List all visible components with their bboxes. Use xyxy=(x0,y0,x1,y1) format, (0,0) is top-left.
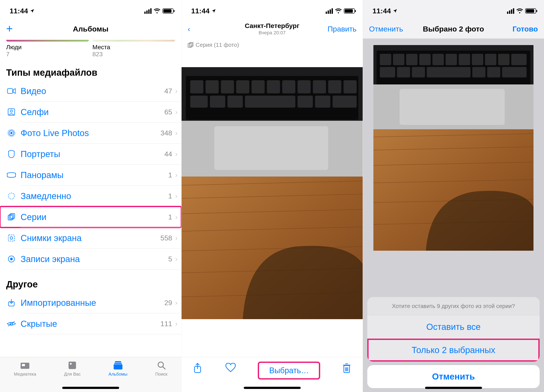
select-button[interactable]: Выбрать… xyxy=(259,363,319,378)
status-time: 11:44 xyxy=(10,7,35,15)
import-icon xyxy=(6,299,17,307)
media-row-selfie[interactable]: Селфи65› xyxy=(0,102,181,122)
tab-label: Альбомы xyxy=(109,372,127,377)
chevron-right-icon: › xyxy=(174,299,181,306)
svg-rect-48 xyxy=(298,96,313,108)
section-other: Другое xyxy=(0,270,181,292)
media-row-pano[interactable]: Панорамы1› xyxy=(0,165,181,185)
svg-rect-49 xyxy=(315,96,331,108)
screenshot-icon xyxy=(6,234,17,242)
media-row-burst[interactable]: Серии1› xyxy=(0,207,181,227)
chevron-right-icon: › xyxy=(174,129,181,137)
wifi-icon xyxy=(335,8,342,14)
nav-title: Альбомы xyxy=(0,25,181,33)
cancel-nav-button[interactable]: Отменить xyxy=(369,25,403,33)
svg-rect-44 xyxy=(190,96,208,108)
tab-albums[interactable]: Альбомы xyxy=(109,360,127,377)
svg-rect-78 xyxy=(472,54,483,65)
svg-rect-50 xyxy=(333,96,357,108)
media-row-import[interactable]: Импортированные29› xyxy=(0,292,181,313)
chevron-right-icon: › xyxy=(174,192,181,200)
status-bar: 11:44 xyxy=(182,0,363,19)
row-label: Серии xyxy=(17,212,168,222)
row-count: 1 xyxy=(168,171,174,179)
media-row-slomo[interactable]: Замедленно1› xyxy=(0,185,181,207)
svg-rect-42 xyxy=(328,80,341,93)
battery-icon xyxy=(162,8,173,14)
home-indicator[interactable] xyxy=(62,387,119,389)
chevron-right-icon: › xyxy=(174,320,181,328)
svg-rect-84 xyxy=(412,67,425,77)
edit-button[interactable]: Править xyxy=(327,25,356,33)
svg-rect-71 xyxy=(380,54,391,65)
svg-point-3 xyxy=(10,110,12,112)
photo[interactable] xyxy=(182,67,363,319)
row-count: 558 xyxy=(160,234,174,242)
slomo-icon xyxy=(6,192,17,200)
tab-label: Медиатека xyxy=(14,372,36,377)
svg-rect-24 xyxy=(114,363,122,364)
photo[interactable] xyxy=(373,45,533,251)
wifi-icon xyxy=(516,8,523,14)
svg-rect-73 xyxy=(406,54,418,65)
svg-rect-33 xyxy=(190,80,203,93)
signal-icon xyxy=(144,8,152,14)
svg-rect-21 xyxy=(69,362,76,369)
favorite-button[interactable] xyxy=(225,363,236,373)
media-row-live[interactable]: Фото Live Photos348› xyxy=(0,122,181,144)
media-type-list: Видео47›Селфи65›Фото Live Photos348›Порт… xyxy=(0,81,181,270)
tab-foryou[interactable]: Для Вас xyxy=(64,360,81,377)
svg-rect-90 xyxy=(400,89,505,125)
row-label: Записи экрана xyxy=(17,254,168,264)
row-label: Скрытые xyxy=(17,319,160,329)
sheet-message: Хотите оставить 9 других фото из этой се… xyxy=(367,297,540,315)
media-row-video[interactable]: Видео47› xyxy=(0,81,181,102)
row-label: Импортированные xyxy=(17,298,164,308)
back-button[interactable]: ‹ xyxy=(188,25,190,33)
svg-rect-75 xyxy=(432,54,444,65)
album-people[interactable]: Люди 7 xyxy=(6,40,89,58)
svg-rect-77 xyxy=(459,54,470,65)
svg-point-12 xyxy=(10,237,13,239)
section-media-types: Типы медиафайлов xyxy=(0,58,181,81)
time-text: 11:44 xyxy=(10,7,28,15)
media-row-screenrec[interactable]: Записи экрана5› xyxy=(0,248,181,270)
share-button[interactable] xyxy=(193,363,202,373)
location-icon xyxy=(393,7,397,15)
svg-rect-72 xyxy=(393,54,404,65)
pano-icon xyxy=(6,172,17,178)
media-row-screenshot[interactable]: Снимки экрана558› xyxy=(0,227,181,248)
option-keep-all[interactable]: Оставить все xyxy=(367,315,540,339)
svg-rect-0 xyxy=(7,89,13,93)
svg-point-14 xyxy=(10,258,13,260)
media-row-portrait[interactable]: Портреты44› xyxy=(0,144,181,165)
svg-rect-35 xyxy=(221,80,234,93)
select-label: Выбрать… xyxy=(264,365,314,376)
svg-rect-11 xyxy=(8,235,14,241)
svg-rect-83 xyxy=(397,67,410,77)
tab-search[interactable]: Поиск xyxy=(155,360,167,377)
thumb-label: Места xyxy=(92,44,175,51)
nav-bar: Отменить Выбрано 2 фото Готово xyxy=(363,19,544,39)
row-label: Замедленно xyxy=(17,191,168,201)
home-indicator[interactable] xyxy=(425,387,482,389)
add-button[interactable]: + xyxy=(6,25,13,32)
album-places[interactable]: Места 823 xyxy=(92,40,175,58)
option-keep-selected[interactable]: Только 2 выбранных xyxy=(367,339,540,362)
svg-rect-88 xyxy=(502,67,527,77)
album-thumb-row: Люди 7 Места 823 xyxy=(0,39,181,58)
media-row-hidden[interactable]: Скрытые111› xyxy=(0,313,181,334)
done-button[interactable]: Готово xyxy=(513,25,538,33)
svg-rect-82 xyxy=(380,67,395,77)
row-count: 29 xyxy=(164,299,174,307)
chevron-right-icon: › xyxy=(174,171,181,179)
video-icon xyxy=(6,88,17,94)
burst-icon xyxy=(6,213,17,221)
svg-rect-25 xyxy=(114,364,122,369)
signal-icon xyxy=(507,8,514,14)
delete-button[interactable] xyxy=(342,363,351,373)
tab-library[interactable]: Медиатека xyxy=(14,360,36,377)
home-indicator[interactable] xyxy=(244,387,301,389)
row-label: Селфи xyxy=(17,107,164,117)
sheet-cancel-button[interactable]: Отменить xyxy=(367,365,540,388)
